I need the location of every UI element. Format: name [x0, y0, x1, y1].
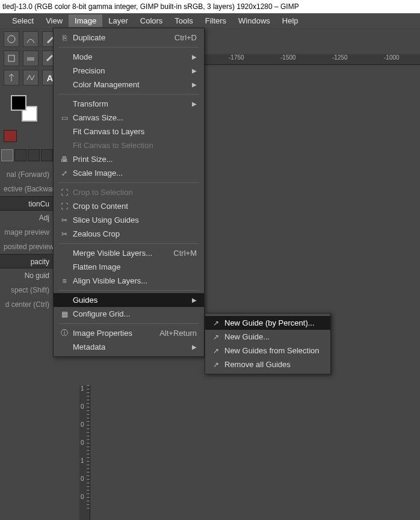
menu-item-label: Guides	[70, 296, 174, 305]
menu-item-align-visible-layers[interactable]: ≡Align Visible Layers...	[54, 274, 204, 288]
menu-item-label: New Guide...	[222, 332, 323, 341]
menu-item-remove-all-guides[interactable]: ↗Remove all Guides	[205, 358, 330, 371]
menubar: SelectViewImageLayerColorsToolsFiltersWi…	[0, 13, 420, 28]
menu-item-label: Transform	[70, 99, 174, 108]
window-title: tled]-13.0 (RGB color 8-bit gamma intege…	[0, 0, 420, 13]
menu-item-label: Metadata	[70, 342, 174, 351]
menu-item-fit-canvas-to-selection: Fit Canvas to Selection	[54, 138, 204, 152]
tool-option-row[interactable]: tionCu	[0, 196, 53, 211]
menu-item-slice-using-guides[interactable]: ✂Slice Using Guides	[54, 213, 204, 227]
ruler-tick: -1000	[384, 54, 400, 61]
tool-icon[interactable]	[4, 51, 19, 66]
menu-tools[interactable]: Tools	[168, 14, 199, 27]
tool-option-row: posited preview	[0, 240, 53, 254]
menu-item-label: Fit Canvas to Layers	[70, 127, 197, 136]
image-thumbnail[interactable]	[4, 130, 17, 142]
menu-item-icon: ↗	[210, 333, 222, 341]
panel-tab[interactable]	[1, 149, 13, 161]
menu-item-label: Zealous Crop	[70, 229, 197, 238]
menu-filters[interactable]: Filters	[199, 14, 232, 27]
panel-tab[interactable]	[28, 149, 40, 161]
panel-tab[interactable]	[14, 149, 26, 161]
menu-item-label: New Guides from Selection	[222, 346, 323, 355]
menu-item-icon: ↗	[210, 347, 222, 355]
menu-item-icon: 🖶	[58, 155, 70, 164]
menu-item-precision[interactable]: Precision▶	[54, 64, 204, 78]
guides-submenu: ↗New Guide (by Percent)...↗New Guide...↗…	[205, 313, 331, 374]
menu-item-new-guide-by-percent[interactable]: ↗New Guide (by Percent)...	[205, 316, 330, 330]
menu-item-crop-to-content[interactable]: ⛶Crop to Content	[54, 199, 204, 213]
svg-rect-2	[27, 57, 34, 61]
tool-option-row: d center (Ctrl)	[0, 297, 53, 312]
submenu-arrow-icon: ▶	[192, 344, 197, 350]
panel-tab[interactable]	[41, 149, 53, 161]
tool-option-row[interactable]: pacity	[0, 254, 53, 268]
menu-item-label: Duplicate	[70, 33, 156, 42]
toolbox-panel: A nal (Forward)ective (Backward)tionCuAd…	[0, 28, 53, 520]
menu-item-new-guides-from-selection[interactable]: ↗New Guides from Selection	[205, 344, 330, 358]
menu-item-canvas-size[interactable]: ▭Canvas Size...	[54, 111, 204, 125]
menu-item-mode[interactable]: Mode▶	[54, 50, 204, 64]
menu-item-guides[interactable]: Guides▶	[54, 293, 204, 307]
menu-item-scale-image[interactable]: ⤢Scale Image...	[54, 166, 204, 180]
tool-option-row: spect (Shift)	[0, 283, 53, 297]
menu-item-icon: ≡	[58, 277, 70, 285]
tool-option-row: nal (Forward)	[0, 167, 53, 182]
menu-colors[interactable]: Colors	[134, 14, 169, 27]
menu-item-duplicate[interactable]: ⎘DuplicateCtrl+D	[54, 31, 204, 45]
menu-windows[interactable]: Windows	[232, 14, 276, 27]
ruler-vertical: 1000100	[79, 385, 90, 520]
menu-image[interactable]: Image	[69, 14, 102, 27]
tool-icon[interactable]	[23, 51, 39, 66]
tool-icon[interactable]	[23, 31, 39, 47]
tool-icon[interactable]	[4, 31, 19, 47]
menu-item-label: Canvas Size...	[70, 113, 197, 122]
menu-item-icon: ⎘	[58, 34, 70, 42]
menu-item-icon: ▭	[58, 114, 70, 122]
menu-item-label: Color Management	[70, 80, 174, 89]
submenu-arrow-icon: ▶	[192, 81, 197, 88]
svg-rect-1	[8, 55, 14, 61]
menu-item-label: Configure Grid...	[70, 309, 197, 318]
menu-item-label: Remove all Guides	[222, 360, 323, 369]
tool-option-row: ective (Backward)	[0, 182, 53, 196]
menu-item-label: Merge Visible Layers...	[70, 249, 155, 258]
menu-item-transform[interactable]: Transform▶	[54, 97, 204, 111]
tool-icon[interactable]	[23, 70, 39, 85]
menu-layer[interactable]: Layer	[102, 14, 134, 27]
menu-item-new-guide[interactable]: ↗New Guide...	[205, 330, 330, 344]
menu-item-print-size[interactable]: 🖶Print Size...	[54, 152, 204, 166]
tool-options: nal (Forward)ective (Backward)tionCuAdjm…	[0, 167, 53, 312]
ruler-tick: -1750	[229, 54, 244, 61]
menu-select[interactable]: Select	[6, 14, 40, 27]
submenu-arrow-icon: ▶	[192, 54, 197, 60]
menu-item-icon: ⛶	[58, 202, 70, 211]
menu-view[interactable]: View	[40, 14, 69, 27]
menu-item-configure-grid[interactable]: ▦Configure Grid...	[54, 307, 204, 321]
menu-item-zealous-crop[interactable]: ✂Zealous Crop	[54, 227, 204, 241]
fg-bg-colors[interactable]	[11, 95, 37, 122]
image-menu-dropdown: ⎘DuplicateCtrl+DMode▶Precision▶Color Man…	[53, 28, 205, 357]
menu-item-label: Scale Image...	[70, 169, 197, 178]
menu-item-icon: ⛶	[58, 188, 70, 197]
menu-item-flatten-image[interactable]: Flatten Image	[54, 260, 204, 274]
menu-item-icon: ▦	[58, 310, 70, 318]
menu-item-icon: ↗	[210, 319, 222, 327]
menu-item-image-properties[interactable]: ⓘImage PropertiesAlt+Return	[54, 326, 204, 340]
menu-item-icon: ↗	[210, 361, 222, 369]
submenu-arrow-icon: ▶	[192, 297, 197, 303]
tool-icon[interactable]	[4, 70, 19, 85]
menu-item-merge-visible-layers[interactable]: Merge Visible Layers...Ctrl+M	[54, 246, 204, 260]
menu-item-accelerator: Ctrl+D	[174, 33, 197, 42]
menu-item-fit-canvas-to-layers[interactable]: Fit Canvas to Layers	[54, 125, 204, 138]
menu-item-icon: ⤢	[58, 169, 70, 178]
fg-color-swatch[interactable]	[11, 95, 26, 111]
menu-help[interactable]: Help	[276, 14, 304, 27]
ruler-tick: -1250	[332, 54, 348, 61]
menu-item-color-management[interactable]: Color Management▶	[54, 78, 204, 91]
menu-item-icon: ✂	[58, 230, 70, 238]
menu-item-crop-to-selection: ⛶Crop to Selection	[54, 185, 204, 199]
menu-item-accelerator: Ctrl+M	[173, 249, 197, 258]
tool-option-row: No guid	[0, 268, 53, 283]
menu-item-metadata[interactable]: Metadata▶	[54, 340, 204, 354]
